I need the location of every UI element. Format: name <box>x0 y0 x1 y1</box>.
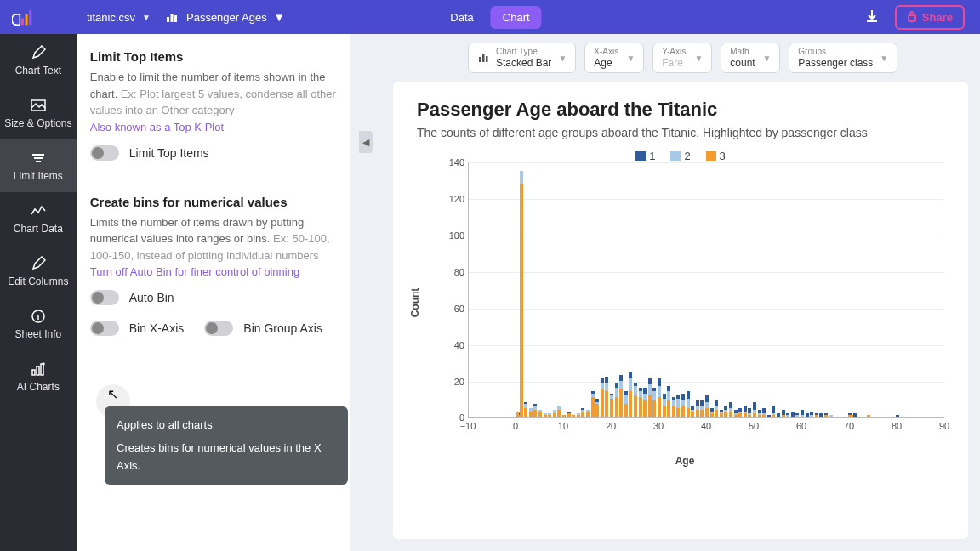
chart-bar <box>710 408 714 418</box>
chart-bar <box>572 415 575 417</box>
sidebar-item-label: Size & Options <box>4 117 71 129</box>
cfg-y-axis[interactable]: Y-AxisFare ▼ <box>652 43 712 73</box>
x-tick: 60 <box>796 421 806 431</box>
top-bar: titanic.csv ▼ Passenger Ages ▼ Data Char… <box>0 0 980 34</box>
chart-bar <box>643 388 647 417</box>
filter-lines-icon <box>30 150 47 167</box>
chart-bar <box>681 394 685 418</box>
chart-bar <box>801 410 804 418</box>
svg-point-12 <box>43 363 44 365</box>
sidebar-item-limit-items[interactable]: Limit Items <box>0 139 77 192</box>
chart-bar <box>720 410 723 418</box>
toggle-label: Auto Bin <box>129 291 174 304</box>
chart-canvas-area: ◀ Chart TypeStacked Bar ▼ X-AxisAge ▼ Y-… <box>350 34 980 551</box>
toggle-label: Bin Group Axis <box>243 321 322 335</box>
x-tick: 50 <box>749 421 759 431</box>
chartname-dropdown[interactable]: Passenger Ages ▼ <box>166 10 285 24</box>
share-label: Share <box>922 11 953 24</box>
link-autobin[interactable]: Turn off Auto Bin for finer control of b… <box>90 265 336 278</box>
chevron-down-icon: ▼ <box>274 11 285 24</box>
chart-bar <box>724 406 727 418</box>
sidebar-item-sheet-info[interactable]: Sheet Info <box>0 298 77 350</box>
sidebar-item-size-options[interactable]: Size & Options <box>0 87 77 139</box>
chart-bar <box>520 171 523 417</box>
y-tick: 40 <box>454 340 464 350</box>
chart-bar <box>529 408 533 418</box>
cursor-icon: ↖ <box>107 386 118 402</box>
sidebar-item-label: Sheet Info <box>15 328 62 340</box>
legend-item-1: 1 <box>635 150 655 162</box>
filename-dropdown[interactable]: titanic.csv ▼ <box>87 11 151 24</box>
toggle-limit-top-items[interactable] <box>90 145 119 161</box>
link-topk[interactable]: Also known as a Top K Plot <box>90 121 336 133</box>
chart-bar <box>648 378 652 417</box>
lock-icon <box>907 10 917 25</box>
y-tick: 60 <box>454 304 464 314</box>
chart-bar <box>896 415 899 417</box>
sidebar: Chart Text Size & Options Limit Items Ch… <box>0 34 77 551</box>
x-tick: 30 <box>653 421 664 431</box>
share-button[interactable]: Share <box>895 5 965 30</box>
section-desc-limit: Enable to limit the number of items show… <box>90 69 336 119</box>
sidebar-item-chart-text[interactable]: Chart Text <box>0 34 77 87</box>
x-axis-label: Age <box>675 455 695 467</box>
chart-bar <box>691 406 694 418</box>
chevron-down-icon: ▼ <box>762 54 771 63</box>
svg-rect-9 <box>32 370 35 375</box>
collapse-panel-handle[interactable]: ◀ <box>359 131 373 153</box>
sidebar-item-edit-columns[interactable]: Edit Columns <box>0 245 77 298</box>
sidebar-item-chart-data[interactable]: Chart Data <box>0 192 77 245</box>
chartname-text: Passenger Ages <box>186 11 267 24</box>
chart-bar <box>729 402 732 417</box>
chart-bar <box>700 400 704 417</box>
sidebar-item-ai-charts[interactable]: AI Charts <box>0 350 77 403</box>
toggle-label: Limit Top Items <box>129 146 209 160</box>
svg-rect-2 <box>29 10 31 25</box>
y-tick: 20 <box>454 377 464 387</box>
chart-bar <box>676 395 680 418</box>
chart-bar <box>762 408 766 418</box>
cfg-x-axis[interactable]: X-AxisAge ▼ <box>584 43 644 73</box>
tab-data[interactable]: Data <box>438 6 485 29</box>
sparkline-icon <box>30 202 47 219</box>
chart-bar <box>806 413 809 417</box>
y-tick: 100 <box>449 230 464 241</box>
chart-bar <box>705 395 709 418</box>
x-tick: 10 <box>558 421 568 431</box>
chart-bar <box>867 415 870 417</box>
chart-bar <box>624 391 628 417</box>
cfg-chart-type[interactable]: Chart TypeStacked Bar ▼ <box>468 43 576 73</box>
x-tick: 40 <box>701 421 711 431</box>
chart-bar <box>696 400 699 417</box>
x-tick: 70 <box>844 421 854 431</box>
chevron-down-icon: ▼ <box>694 54 703 63</box>
toggle-bin-group-axis[interactable] <box>204 321 233 336</box>
toggle-bin-x-axis[interactable] <box>90 321 119 336</box>
chart-subtitle: The counts of different age groups aboar… <box>417 126 944 139</box>
tooltip-line2: Creates bins for numerical values in the… <box>117 440 336 475</box>
app-logo[interactable] <box>7 0 41 34</box>
tab-chart[interactable]: Chart <box>491 6 542 29</box>
tooltip-line1: Applies to all charts <box>117 417 336 435</box>
chart-bar <box>634 383 637 418</box>
chart-bar <box>772 406 775 418</box>
cfg-groups[interactable]: GroupsPassenger class ▼ <box>789 43 897 73</box>
chart-bar <box>748 408 751 418</box>
stacked-bar-icon <box>477 52 489 64</box>
chart-bar <box>758 410 761 418</box>
chart-bar <box>567 412 571 417</box>
chart-bar <box>791 412 795 417</box>
chart-bar <box>615 383 618 418</box>
svg-rect-14 <box>482 54 485 62</box>
toggle-auto-bin[interactable] <box>90 290 119 305</box>
chart-bar <box>533 404 537 417</box>
download-icon[interactable] <box>864 9 880 26</box>
chart-bar <box>672 397 675 418</box>
x-tick: 20 <box>606 421 616 431</box>
chart-bar <box>601 378 604 417</box>
chart-bar <box>524 402 527 417</box>
cfg-math[interactable]: Mathcount ▼ <box>721 43 780 73</box>
svg-rect-6 <box>909 15 915 21</box>
chart-bar <box>753 402 756 417</box>
chart-bar <box>548 413 551 417</box>
